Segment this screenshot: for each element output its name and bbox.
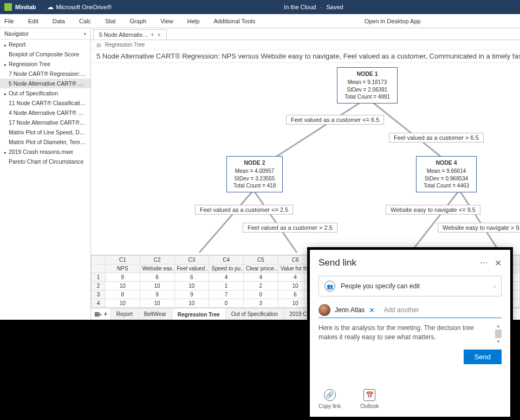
cell[interactable]: 4 (244, 273, 278, 282)
cell[interactable]: 10 (140, 299, 174, 308)
cell[interactable]: 10 (106, 282, 140, 290)
column-name[interactable]: NPS (106, 264, 140, 273)
sheet-menu-icon[interactable]: ▦▾ (94, 311, 102, 318)
scroll-down-icon[interactable]: ▼ (496, 339, 500, 344)
send-link-dialog: Send link ⋯ ✕ 👥 People you specify can e… (307, 247, 513, 419)
recipient-input[interactable]: Jenn Atlas ✕ Add another (318, 304, 502, 318)
pin-icon[interactable]: ▾ (151, 32, 154, 37)
navigator-item[interactable]: 17 Node Alternative CART® Classificatio… (0, 118, 90, 127)
permission-text: People you specify can edit (341, 282, 488, 290)
column-name[interactable]: Feel valued … (174, 264, 209, 273)
column-header[interactable]: C2 (140, 256, 174, 264)
sheet-tab-regression-tree[interactable]: Regression Tree (172, 308, 226, 320)
navigator-item[interactable]: 5 Node Alternative CART® Regression: … (0, 79, 90, 88)
navigator-item[interactable]: Matrix Plot of Diameter, Temperature (0, 137, 90, 147)
more-options-icon[interactable]: ⋯ (480, 259, 488, 267)
tree-canvas[interactable]: NODE 1 Mean = 9.18173 StDev = 2.06391 To… (91, 63, 520, 255)
copy-link-label: Copy link (318, 403, 341, 409)
cell[interactable]: 0 (209, 299, 244, 308)
menu-graph[interactable]: Graph (130, 18, 147, 24)
navigator-item[interactable]: ▸Out of Specification (0, 88, 90, 98)
row-header[interactable]: 4 (92, 299, 106, 308)
node-count: Total Count = 418 (230, 182, 279, 190)
column-header[interactable]: C1 (106, 256, 140, 264)
message-scrollbar[interactable]: ▲ ▼ (495, 324, 502, 344)
tree-node-1[interactable]: NODE 1 Mean = 9.18173 StDev = 2.06391 To… (337, 67, 398, 104)
document-tab[interactable]: 5 Node Alternativ… ▾ × (93, 29, 167, 40)
cell[interactable]: 1 (209, 282, 244, 290)
menu-data[interactable]: Data (53, 18, 65, 24)
sheet-tab-out-of-spec[interactable]: Out of Specification (226, 308, 284, 320)
navigator-item[interactable]: ▸2019 Crash reasons.mwx (0, 147, 90, 157)
navigator-item[interactable]: 7 Node CART® Regression: NPS versus … (0, 69, 90, 79)
cell[interactable]: 9 (140, 290, 174, 299)
sheet-tab-beltwear[interactable]: BeltWear (139, 308, 172, 320)
column-name[interactable] (92, 264, 106, 273)
navigator-item[interactable]: Boxplot of Composite Score (0, 49, 90, 59)
sheet-tab-report[interactable]: Report (111, 308, 139, 320)
menu-calc[interactable]: Calc (79, 18, 91, 24)
add-sheet-icon[interactable]: + (104, 311, 107, 317)
menu-stat[interactable]: Stat (105, 18, 116, 24)
scroll-up-icon[interactable]: ▲ (496, 324, 500, 328)
cell[interactable]: 7 (209, 290, 244, 299)
navigator-item[interactable]: Matrix Plot of Line Speed, Diameter, Tem… (0, 127, 90, 137)
menu-help[interactable]: Help (187, 18, 200, 24)
cell[interactable]: 6 (174, 273, 209, 282)
row-header[interactable]: 1 (92, 273, 106, 282)
navigator-item[interactable]: ▸Report (0, 40, 90, 49)
menu-edit[interactable]: Edit (28, 18, 38, 24)
add-recipient-placeholder[interactable]: Add another (384, 306, 419, 314)
close-tab-icon[interactable]: × (157, 31, 160, 38)
column-header[interactable] (92, 256, 106, 264)
cell[interactable]: 0 (244, 290, 278, 299)
send-button[interactable]: Send (464, 350, 502, 364)
cell[interactable]: 10 (140, 282, 174, 290)
menu-view[interactable]: View (160, 18, 173, 24)
menu-file[interactable]: File (4, 18, 14, 24)
row-header[interactable]: 2 (92, 282, 106, 290)
cell[interactable]: 10 (174, 299, 209, 308)
tree-node-4[interactable]: NODE 4 Mean = 9.66614 StDev = 0.968534 T… (416, 156, 477, 192)
cell[interactable]: 2 (244, 282, 278, 290)
column-name[interactable]: Speed to pu… (209, 264, 244, 273)
open-desktop-app-link[interactable]: Open in Desktop App (365, 18, 421, 24)
cell[interactable]: 8 (106, 290, 140, 299)
navigator-item[interactable]: 11 Node CART® Classification: Target ver… (0, 98, 90, 108)
navigator-title: Navigator (4, 30, 29, 37)
navigator-dropdown-icon[interactable]: ▾ (84, 31, 86, 36)
row-header[interactable]: 3 (92, 290, 106, 299)
cell[interactable]: 6 (140, 273, 174, 282)
copy-link-button[interactable]: 🔗 Copy link (318, 389, 341, 409)
cloud-status: In the Cloud (284, 4, 316, 10)
menu-bar: File Edit Data Calc Stat Graph View Help… (0, 14, 520, 28)
cell[interactable]: 3 (244, 299, 278, 308)
node-stdev: StDev = 0.968534 (420, 175, 473, 183)
permission-selector[interactable]: 👥 People you specify can edit › (318, 276, 502, 296)
navigator-item[interactable]: ▸Regression Tree (0, 59, 90, 69)
save-status: Saved (326, 4, 343, 10)
split-label-3: Feel valued as a customer <= 2.5 (195, 205, 293, 215)
column-name[interactable]: Clear proce… (244, 264, 278, 273)
cell[interactable]: 10 (106, 299, 140, 308)
navigator-item[interactable]: 4 Node Alternative CART® Classification… (0, 108, 90, 118)
column-header[interactable]: C3 (174, 256, 209, 264)
cell[interactable]: 8 (106, 273, 140, 282)
close-dialog-icon[interactable]: ✕ (495, 258, 502, 268)
onedrive-indicator[interactable]: ☁ Microsoft OneDrive® (47, 3, 112, 11)
column-name[interactable]: Website eas… (140, 264, 174, 273)
navigator-item[interactable]: Pareto Chart of Circumstance (0, 157, 90, 166)
tree-node-2[interactable]: NODE 2 Mean = 4.00957 StDev = 3.23555 To… (226, 156, 283, 192)
column-header[interactable]: C4 (209, 256, 244, 264)
svg-line-2 (199, 190, 253, 253)
cell[interactable]: 4 (209, 273, 244, 282)
svg-line-5 (459, 190, 500, 253)
cell[interactable]: 10 (174, 282, 209, 290)
column-header[interactable]: C5 (244, 256, 278, 264)
menu-additional-tools[interactable]: Additional Tools (213, 18, 255, 24)
message-textarea[interactable]: Here is the analysis for the meeting. Th… (318, 324, 492, 342)
outlook-button[interactable]: 📅 Outlook (360, 389, 379, 409)
remove-recipient-icon[interactable]: ✕ (369, 306, 375, 314)
document-tab-label: 5 Node Alternativ… (99, 31, 148, 38)
cell[interactable]: 9 (174, 290, 209, 299)
